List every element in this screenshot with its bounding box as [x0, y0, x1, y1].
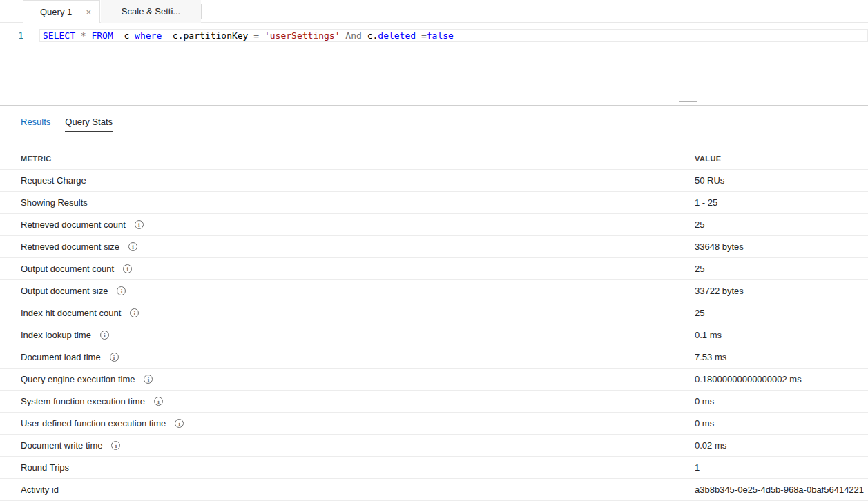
metric-label: User defined function execution time	[21, 418, 166, 429]
table-row: Output document size i 33722 bytes	[0, 280, 868, 302]
table-row: System function execution time i 0 ms	[0, 391, 868, 413]
tab-results[interactable]: Results	[21, 117, 50, 132]
info-icon[interactable]: i	[111, 441, 120, 450]
table-row: Document write time i 0.02 ms	[0, 435, 868, 457]
editor-tab-query-1[interactable]: Query 1 ×	[23, 0, 100, 23]
metric-value: 25	[695, 308, 868, 318]
table-row: Output document count i 25	[0, 258, 868, 280]
tab-query-stats[interactable]: Query Stats	[65, 117, 113, 132]
code-token: *	[81, 30, 86, 41]
editor-tab-label: Query 1	[40, 7, 76, 17]
info-icon[interactable]: i	[130, 308, 139, 317]
metric-label: Retrieved document count	[21, 219, 126, 230]
metric-value: 25	[695, 264, 868, 274]
info-icon[interactable]: i	[154, 397, 163, 406]
table-row: Activity id a3b8b345-0e25-4d5b-968a-0baf…	[0, 479, 868, 501]
editor-tab-bar: Query 1 × Scale & Setti...	[0, 0, 868, 23]
metric-value: 0 ms	[695, 418, 868, 429]
info-icon[interactable]: i	[110, 353, 119, 362]
table-row: Request Charge 50 RUs	[0, 170, 868, 192]
table-header-row: METRIC VALUE	[0, 148, 868, 170]
tab-divider	[201, 4, 202, 19]
table-row: Document load time i 7.53 ms	[0, 346, 868, 369]
code-token: c.	[362, 30, 378, 41]
metric-label: Output document count	[21, 264, 114, 274]
metric-label: System function execution time	[21, 396, 145, 406]
metric-label: Output document size	[21, 286, 108, 296]
metric-value: a3b8b345-0e25-4d5b-968a-0baf56414221	[695, 484, 868, 495]
metric-value: 33648 bytes	[695, 242, 868, 252]
info-icon[interactable]: i	[175, 419, 184, 428]
table-row: Index hit document count i 25	[0, 302, 868, 324]
metric-label: Document write time	[21, 440, 102, 451]
metric-value: 1 - 25	[695, 197, 868, 208]
results-tab-strip: Results Query Stats	[21, 117, 868, 132]
code-token: SELECT	[43, 30, 75, 41]
metric-value: 0.1 ms	[695, 330, 868, 340]
table-row: Retrieved document count i 25	[0, 214, 868, 236]
table-row: Showing Results 1 - 25	[0, 192, 868, 214]
info-icon[interactable]: i	[144, 375, 153, 384]
code-token	[75, 30, 81, 41]
results-pane: Results Query Stats METRIC VALUE Request…	[0, 106, 868, 501]
code-token: =	[253, 30, 259, 41]
table-row: User defined function execution time i 0…	[0, 413, 868, 435]
metric-value: 0.02 ms	[695, 440, 868, 451]
editor-tab-scale-settings[interactable]: Scale & Setti...	[101, 0, 201, 23]
metric-label: Retrieved document size	[21, 242, 119, 252]
query-code-line[interactable]: SELECT * FROM c where c.partitionKey = '…	[43, 29, 454, 42]
line-number: 1	[0, 29, 23, 42]
stats-table-body: Request Charge 50 RUs Showing Results 1 …	[0, 170, 868, 501]
metric-label: Index lookup time	[21, 330, 91, 340]
code-token: And	[345, 30, 361, 41]
column-header-value: VALUE	[695, 155, 868, 163]
column-header-metric: METRIC	[0, 155, 695, 163]
query-editor[interactable]: 1 SELECT * FROM c where c.partitionKey =…	[0, 23, 868, 105]
code-token: 'userSettings'	[264, 30, 340, 41]
code-token: where	[135, 30, 162, 41]
editor-tab-label: Scale & Setti...	[122, 6, 180, 17]
metric-value: 0 ms	[695, 396, 868, 406]
metric-label: Round Trips	[21, 462, 69, 473]
info-icon[interactable]: i	[135, 220, 144, 229]
info-icon[interactable]: i	[128, 242, 137, 251]
code-token	[259, 30, 264, 41]
stats-table: METRIC VALUE Request Charge 50 RUs Showi…	[0, 148, 868, 501]
metric-value: 33722 bytes	[695, 286, 868, 296]
table-row: Round Trips 1	[0, 457, 868, 479]
table-row: Retrieved document size i 33648 bytes	[0, 236, 868, 258]
info-icon[interactable]: i	[123, 264, 132, 273]
close-icon[interactable]: ×	[86, 8, 91, 17]
metric-value: 7.53 ms	[695, 352, 868, 362]
info-icon[interactable]: i	[100, 331, 109, 340]
metric-value: 0.18000000000000002 ms	[695, 374, 868, 384]
metric-label: Showing Results	[21, 197, 88, 208]
code-token: c	[113, 30, 135, 41]
metric-value: 1	[695, 462, 868, 473]
info-icon[interactable]: i	[117, 286, 126, 295]
table-row: Index lookup time i 0.1 ms	[0, 324, 868, 346]
code-token: c.partitionKey	[162, 30, 253, 41]
code-row: 1 SELECT * FROM c where c.partitionKey =…	[0, 29, 868, 42]
metric-label: Index hit document count	[21, 308, 121, 318]
code-token: FROM	[91, 30, 113, 41]
code-token: deleted	[378, 30, 416, 41]
code-token: false	[427, 30, 454, 41]
metric-label: Query engine execution time	[21, 374, 135, 384]
metric-value: 25	[695, 219, 868, 230]
code-token: =	[416, 30, 427, 41]
metric-label: Request Charge	[21, 175, 86, 186]
table-row: Query engine execution time i 0.18000000…	[0, 369, 868, 391]
metric-label: Document load time	[21, 352, 101, 362]
metric-label: Activity id	[21, 484, 59, 495]
metric-value: 50 RUs	[695, 175, 868, 186]
